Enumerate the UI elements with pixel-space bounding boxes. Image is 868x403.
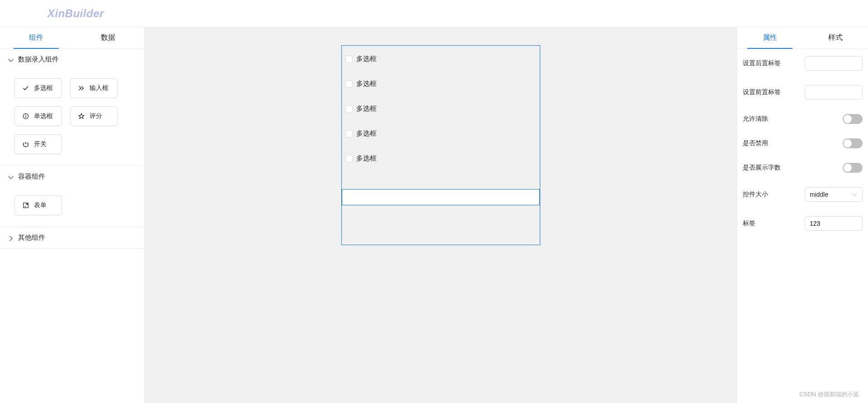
tab-label: 属性 xyxy=(763,33,777,41)
right-tabs: 属性 样式 xyxy=(737,27,868,49)
prop-label: 允许清除 xyxy=(743,115,768,123)
checkbox-item[interactable]: 多选框 xyxy=(342,71,540,96)
checkbox-label: 多选框 xyxy=(356,80,377,88)
component-label: 开关 xyxy=(34,140,47,148)
tab-label: 组件 xyxy=(29,33,43,41)
tab-attributes[interactable]: 属性 xyxy=(737,27,803,48)
form-empty-space xyxy=(342,205,540,245)
left-panel: 组件 数据 数据录入组件 多选框 xyxy=(0,27,145,403)
section-data-entry: 数据录入组件 多选框 输入框 xyxy=(0,49,144,166)
checkbox-label: 多选框 xyxy=(356,104,377,113)
prop-size: 控件大小 middle xyxy=(737,180,868,209)
component-label: 表单 xyxy=(34,201,47,209)
app-logo: XinBuilder xyxy=(47,7,104,20)
checkbox-input[interactable] xyxy=(345,130,353,137)
select-value: middle xyxy=(810,191,828,198)
tab-label: 数据 xyxy=(101,33,115,41)
checkbox-input[interactable] xyxy=(345,56,353,63)
right-panel: 属性 样式 设置后置标签 设置前置标签 允许清除 是否禁用 xyxy=(737,27,868,403)
prop-label: 控件大小 xyxy=(743,190,768,199)
tab-component[interactable]: 组件 xyxy=(0,27,72,48)
section-header-container[interactable]: 容器组件 xyxy=(0,166,144,187)
component-checkbox[interactable]: 多选框 xyxy=(14,78,62,98)
tab-style[interactable]: 样式 xyxy=(803,27,868,48)
tab-data[interactable]: 数据 xyxy=(72,27,145,48)
prop-prefix-label: 设置前置标签 xyxy=(737,78,868,107)
form-content: 多选框 多选框 多选框 多选框 xyxy=(342,46,540,245)
prop-label: 是否禁用 xyxy=(743,139,768,147)
main-layout: 组件 数据 数据录入组件 多选框 xyxy=(0,27,868,403)
check-icon xyxy=(22,85,29,92)
prop-show-count: 是否展示字数 xyxy=(737,156,868,180)
component-label: 单选框 xyxy=(34,112,53,120)
checkbox-input[interactable] xyxy=(345,81,353,88)
prop-label: 标签 xyxy=(743,219,755,228)
component-label: 输入框 xyxy=(90,84,108,92)
star-icon xyxy=(78,113,85,120)
checkbox-label: 多选框 xyxy=(356,154,377,163)
size-select[interactable]: middle xyxy=(805,187,863,202)
left-tabs: 组件 数据 xyxy=(0,27,144,49)
chevron-down-icon xyxy=(8,57,14,62)
prop-tag: 标签 xyxy=(737,209,868,238)
prop-suffix-label: 设置后置标签 xyxy=(737,49,868,78)
section-body-container: 表单 xyxy=(0,187,144,227)
checkbox-label: 多选框 xyxy=(356,55,377,63)
checkbox-item[interactable]: 多选框 xyxy=(342,96,540,121)
component-input[interactable]: 输入框 xyxy=(70,78,118,98)
section-header-data-entry[interactable]: 数据录入组件 xyxy=(0,49,144,70)
checkbox-item[interactable]: 多选框 xyxy=(342,121,540,146)
chevron-right-icon xyxy=(8,235,14,241)
component-radio[interactable]: 单选框 xyxy=(14,106,62,126)
tag-input[interactable] xyxy=(805,216,863,231)
property-list: 设置后置标签 设置前置标签 允许清除 是否禁用 是否展示字数 控件大小 xyxy=(737,49,868,238)
info-circle-icon xyxy=(22,113,29,120)
component-label: 评分 xyxy=(90,112,102,120)
svg-rect-2 xyxy=(25,116,26,118)
checkbox-input[interactable] xyxy=(345,105,353,113)
prop-disabled: 是否禁用 xyxy=(737,131,868,156)
section-body-data-entry: 多选框 输入框 单选框 xyxy=(0,70,144,166)
svg-point-1 xyxy=(25,115,26,116)
component-rate[interactable]: 评分 xyxy=(70,106,118,126)
component-label: 多选框 xyxy=(34,84,53,92)
checkbox-item[interactable]: 多选框 xyxy=(342,146,540,171)
text-input-selected[interactable] xyxy=(342,189,540,205)
checkbox-input[interactable] xyxy=(345,155,353,162)
section-title: 容器组件 xyxy=(18,172,45,181)
prop-label: 设置前置标签 xyxy=(743,88,781,96)
form-icon xyxy=(22,202,29,209)
chevron-down-icon xyxy=(8,174,14,180)
prefix-label-input[interactable] xyxy=(805,85,863,100)
checkbox-label: 多选框 xyxy=(356,129,377,138)
section-header-other[interactable]: 其他组件 xyxy=(0,227,144,248)
component-form[interactable]: 表单 xyxy=(14,195,62,215)
prop-allow-clear: 允许清除 xyxy=(737,107,868,131)
tab-label: 样式 xyxy=(828,33,843,41)
suffix-label-input[interactable] xyxy=(805,56,863,71)
show-count-switch[interactable] xyxy=(843,163,863,173)
prop-label: 是否展示字数 xyxy=(743,164,781,172)
prop-label: 设置后置标签 xyxy=(743,59,781,67)
app-header: XinBuilder xyxy=(0,0,868,27)
power-icon xyxy=(22,141,29,148)
section-title: 其他组件 xyxy=(18,233,45,242)
allow-clear-switch[interactable] xyxy=(843,114,863,124)
form-container-selected[interactable]: 多选框 多选框 多选框 多选框 xyxy=(341,45,540,245)
chevron-down-icon xyxy=(853,192,858,197)
double-chevron-right-icon xyxy=(78,85,85,92)
component-switch[interactable]: 开关 xyxy=(14,134,62,154)
canvas-area[interactable]: 多选框 多选框 多选框 多选框 xyxy=(145,27,737,403)
section-title: 数据录入组件 xyxy=(18,55,59,64)
section-other: 其他组件 xyxy=(0,227,144,249)
checkbox-item[interactable]: 多选框 xyxy=(342,47,540,71)
input-region xyxy=(342,180,540,245)
watermark: CSDN @搞前端的小菜 xyxy=(799,390,859,398)
section-container: 容器组件 表单 xyxy=(0,166,144,227)
disabled-switch[interactable] xyxy=(843,138,863,148)
checkbox-list: 多选框 多选框 多选框 多选框 xyxy=(342,46,540,171)
